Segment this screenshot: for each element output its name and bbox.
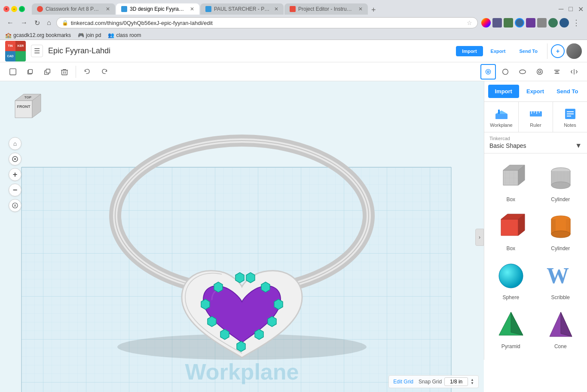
import-panel-btn[interactable]: Import [488, 85, 519, 98]
ext-icon-4[interactable] [526, 18, 535, 28]
shape-box-gray-label: Box [506, 196, 515, 202]
svg-marker-32 [214, 282, 223, 292]
window-max-btn[interactable]: □ [19, 6, 25, 12]
align-btn[interactable] [549, 64, 565, 80]
browser-tab-1[interactable]: Classwork for Art 8 Period 1, MF... ✕ [32, 3, 115, 15]
forward-btn[interactable]: → [19, 18, 29, 28]
svg-marker-41 [255, 329, 263, 340]
tab4-close[interactable]: ✕ [358, 6, 363, 12]
viewport[interactable]: FRONT TOP ⌂ + − [0, 81, 484, 392]
new-tab-btn[interactable]: + [369, 6, 379, 15]
shape-scribble[interactable]: W Scribble [538, 257, 584, 302]
shape-cylinder-orange[interactable]: Cylinder [538, 208, 584, 253]
user-add-btn[interactable]: + [551, 44, 565, 58]
extensions-btn[interactable]: ⋮ [571, 18, 582, 28]
app-topbar: TIN KER CAD ☰ Epic Fyyran-Lahdi Import E… [0, 40, 587, 62]
category-dropdown[interactable]: Basic Shapes ▼ [489, 142, 582, 150]
home-btn[interactable]: ⌂ [45, 18, 53, 28]
address-bar[interactable]: 🔒 tinkercad.com/things/0QyhQb56exJ-epic-… [56, 17, 478, 28]
shape-box-red[interactable]: Box [488, 208, 534, 253]
tab2-close[interactable]: ✕ [190, 6, 194, 12]
topbar-divider [547, 43, 547, 59]
shape-pyramid-green[interactable]: Pyramid [488, 306, 534, 351]
export-btn[interactable]: Export [485, 46, 512, 56]
shape-cone-purple[interactable]: Cone [538, 306, 584, 351]
sendto-panel-btn[interactable]: Send To [551, 85, 583, 98]
minimize-icon[interactable]: ─ [559, 5, 563, 13]
import-btn[interactable]: Import [456, 46, 483, 56]
user-add-icon: + [556, 48, 559, 55]
bookmark-joinpd-icon: 🎮 [78, 32, 84, 38]
bookmark-star-icon[interactable]: ☆ [467, 19, 472, 26]
bookmark-gcasdk[interactable]: 🏫 gcasdk12.org bookmarks [5, 32, 71, 38]
workplane-icon [494, 106, 509, 122]
svg-marker-44 [495, 110, 508, 114]
shape-pyramid-label: Pyramid [501, 343, 520, 349]
maximize-icon[interactable]: □ [569, 5, 573, 13]
ext-icon-6[interactable] [548, 18, 558, 28]
tab1-close[interactable]: ✕ [106, 6, 110, 12]
user-avatar[interactable] [566, 43, 582, 59]
sendto-btn[interactable]: Send To [513, 46, 544, 56]
grid-info: Edit Grid Snap Grid ▲ ▼ [388, 375, 479, 388]
shape-cone-label: Cone [554, 343, 567, 349]
browser-tabs: Classwork for Art 8 Period 1, MF... ✕ 3D… [32, 3, 552, 15]
shape-box-gray[interactable]: Box [488, 159, 534, 204]
shape-cylinder-gray-preview [543, 160, 578, 195]
new-shape-btn[interactable] [5, 64, 21, 80]
window-close-btn[interactable]: × [3, 6, 9, 12]
ext-icon-5[interactable] [537, 18, 547, 28]
shape-ring-btn[interactable] [532, 64, 547, 80]
light-btn[interactable] [498, 64, 513, 80]
undo-btn[interactable] [79, 64, 95, 80]
logo-tin: TIN [5, 41, 15, 51]
bookmarks-bar: 🏫 gcasdk12.org bookmarks 🎮 join pd 👥 cla… [0, 31, 587, 40]
notes-icon [563, 106, 578, 122]
browser-tab-2[interactable]: 3D design Epic Fyyran-Lahdi | Ti... ✕ [116, 3, 199, 15]
svg-marker-88 [511, 312, 523, 335]
export-panel-btn[interactable]: Export [520, 85, 551, 98]
shape-oval-btn[interactable] [515, 64, 530, 80]
shape-cylinder-gray[interactable]: Cylinder [538, 159, 584, 204]
tinkercad-logo: TIN KER CAD [5, 41, 26, 61]
bookmark-classroom[interactable]: 👥 class room [108, 32, 141, 38]
tab3-close[interactable]: ✕ [274, 6, 278, 12]
browser-toolbar: ← → ↻ ⌂ 🔒 tinkercad.com/things/0QyhQb56e… [0, 15, 587, 31]
tab4-icon [290, 6, 296, 12]
shape-box-gray-preview [494, 160, 528, 195]
shape-sphere-label: Sphere [502, 294, 519, 300]
ext-icon-1[interactable] [492, 18, 502, 28]
redo-btn[interactable] [97, 64, 112, 80]
back-btn[interactable]: ← [5, 18, 15, 28]
delete-btn[interactable] [57, 64, 72, 80]
window-min-btn[interactable]: − [11, 6, 17, 12]
snap-grid-stepper[interactable]: ▲ ▼ [471, 378, 474, 385]
browser-tab-4[interactable]: Project Editor - Instructables ✕ [284, 3, 368, 15]
bookmark-joinpd[interactable]: 🎮 join pd [78, 32, 101, 38]
ext-icon-7[interactable] [559, 18, 569, 28]
edit-grid-label[interactable]: Edit Grid [393, 379, 413, 385]
notes-tool-btn[interactable]: Notes [553, 102, 587, 132]
camera-btn[interactable] [480, 64, 496, 80]
panel-top-actions: Import Export Send To [484, 81, 587, 102]
logo-cad: CAD [5, 51, 15, 61]
close-window-icon[interactable]: ✕ [578, 5, 584, 13]
snap-grid-input[interactable] [444, 377, 468, 386]
redo-icon [101, 67, 108, 76]
copy-out-btn[interactable] [40, 64, 55, 80]
ext-icon-3[interactable] [515, 18, 524, 28]
svg-marker-38 [208, 316, 216, 327]
svg-point-10 [520, 70, 526, 74]
copy-up-btn[interactable] [22, 64, 38, 80]
logo-empty [15, 51, 26, 61]
browser-tab-3[interactable]: PAUL STARCHER - Photo Docum... ✕ [200, 3, 284, 15]
refresh-btn[interactable]: ↻ [33, 18, 42, 28]
shape-sphere-blue[interactable]: Sphere [488, 257, 534, 302]
mirror-btn[interactable] [566, 64, 582, 80]
ext-icon-2[interactable] [504, 18, 513, 28]
svg-point-12 [538, 70, 541, 73]
ruler-tool-btn[interactable]: Ruler [519, 102, 553, 132]
app-menu-btn[interactable]: ☰ [31, 45, 43, 57]
workplane-tool-btn[interactable]: Workplane [484, 102, 519, 132]
panel-collapse-btn[interactable]: › [475, 229, 484, 246]
